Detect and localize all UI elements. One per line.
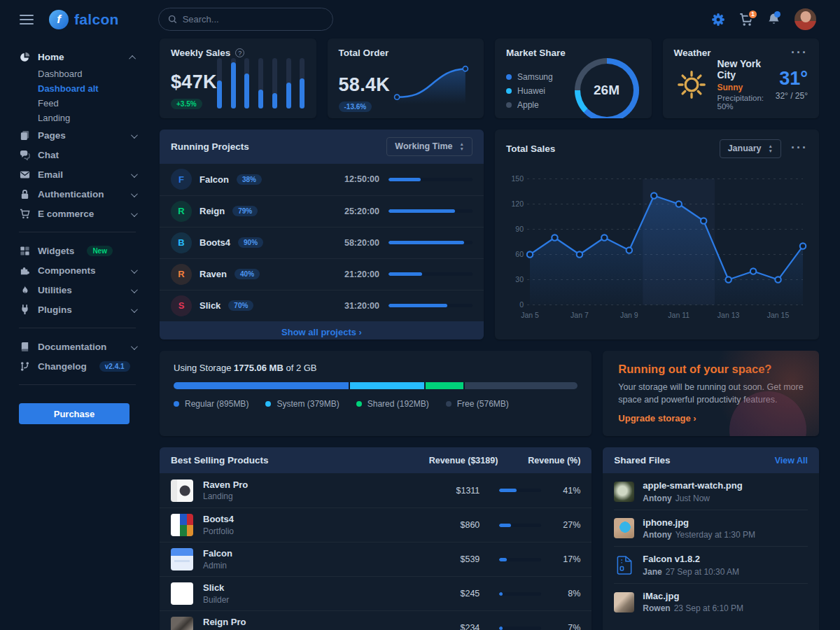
legend-dot (506, 102, 512, 108)
project-name-link[interactable]: Raven (200, 269, 227, 279)
weather-city: New York City (718, 58, 767, 80)
changelog-icon (19, 361, 31, 372)
market-share-center-value: 26M (575, 58, 639, 118)
product-name-link[interactable]: Slick (203, 582, 408, 594)
user-avatar[interactable] (794, 8, 816, 30)
sidebar-item-e-commerce[interactable]: E commerce (19, 204, 139, 223)
search-input[interactable] (183, 14, 323, 24)
file-thumbnail (614, 518, 634, 538)
brand-logo[interactable]: f falcon (49, 10, 119, 29)
upgrade-heading: Running out of your space? (618, 363, 804, 376)
file-row-imac.jpg[interactable]: iMac.jpgRowen23 Sep at 6:10 PM (603, 584, 819, 621)
product-category-link[interactable]: Builder (203, 595, 408, 605)
file-name-link[interactable]: iphone.jpg (643, 517, 755, 528)
email-icon (19, 169, 31, 180)
product-name-link[interactable]: Boots4 (203, 514, 408, 525)
product-info: SlickBuilder (203, 582, 408, 605)
product-category-link[interactable]: Landing (203, 491, 408, 501)
sidebar-item-chat[interactable]: Chat (19, 145, 139, 164)
product-name-link[interactable]: Reign Pro (203, 617, 408, 628)
upgrade-storage-link[interactable]: Upgrade storage (618, 413, 696, 424)
project-name-link[interactable]: Slick (200, 300, 220, 311)
sidebar-item-changelog[interactable]: Changelogv2.4.1 (19, 356, 139, 376)
svg-text:Jan 13: Jan 13 (718, 310, 740, 318)
project-percent-badge: 38% (237, 174, 262, 185)
weather-condition: Sunny (718, 83, 767, 92)
total-sales-menu-icon[interactable] (791, 146, 808, 150)
cart-icon[interactable]: 1 (739, 13, 753, 27)
sidebar-item-label: Widgets (38, 246, 74, 256)
product-info: FalconAdmin (203, 548, 408, 570)
file-owner: Jane (643, 567, 662, 577)
project-percent-badge: 79% (232, 206, 258, 216)
sidebar-item-landing[interactable]: Landing (19, 111, 139, 125)
svg-text:Jan 9: Jan 9 (620, 310, 638, 318)
product-info: Boots4Portfolio (203, 514, 408, 536)
project-row-reign: RReign79%25:20:00 (160, 195, 484, 227)
sidebar-item-plugins[interactable]: Plugins (19, 300, 139, 319)
sidebar-item-pages[interactable]: Pages (19, 125, 139, 145)
help-icon[interactable] (235, 48, 244, 57)
best-selling-table: Raven ProLanding$131141%Boots4Portfolio$… (160, 473, 592, 630)
product-thumbnail (171, 514, 193, 536)
project-row-raven: RRaven40%21:20:00 (160, 258, 484, 290)
product-progress-fill (499, 592, 503, 596)
file-row-iphone.jpg[interactable]: iphone.jpgAntonyYesterday at 1:30 PM (603, 510, 819, 547)
sidebar-item-utilities[interactable]: Utilities (19, 280, 139, 300)
file-name-link[interactable]: apple-smart-watch.png (643, 480, 742, 491)
project-progress-group: 58:20:00 (344, 238, 472, 248)
file-name-link[interactable]: iMac.jpg (643, 591, 743, 602)
bar (231, 62, 236, 108)
sidebar-item-components[interactable]: Components (19, 260, 139, 280)
sidebar-item-authentication[interactable]: Authentication (19, 184, 139, 204)
settings-gear-icon[interactable] (711, 13, 725, 27)
svg-text:60: 60 (515, 250, 524, 258)
project-name-link[interactable]: Boots4 (200, 237, 230, 248)
project-time: 21:20:00 (344, 270, 379, 279)
product-name-link[interactable]: Raven Pro (203, 479, 408, 491)
utilities-icon (19, 285, 31, 295)
sidebar-item-documentation[interactable]: Documentation (19, 337, 139, 356)
legend-dot (506, 74, 512, 80)
project-name-link[interactable]: Falcon (200, 174, 229, 185)
svg-text:Jan 7: Jan 7 (570, 310, 589, 318)
weather-title: Weather (674, 48, 711, 58)
project-time: 58:20:00 (344, 238, 379, 248)
total-order-card: Total Order 58.4K -13.6% (328, 38, 484, 118)
product-category-link[interactable]: Admin (203, 561, 408, 570)
product-category-link[interactable]: Portfolio (203, 526, 408, 536)
components-icon (19, 265, 31, 276)
storage-legend-label: Regular (895MB) (185, 399, 248, 409)
product-name-link[interactable]: Falcon (203, 548, 408, 559)
market-share-card: Market Share SamsungHuaweiApple 26M (495, 38, 652, 118)
project-progress-track (388, 241, 472, 244)
project-progress-fill (388, 241, 464, 244)
storage-used-value: 1775.06 MB (234, 363, 284, 373)
cart-icon (19, 209, 31, 219)
plugins-icon (19, 304, 31, 315)
bar (272, 93, 277, 108)
sidebar-item-widgets[interactable]: WidgetsNew (19, 241, 139, 260)
sidebar-item-home[interactable]: Home (19, 47, 139, 66)
legend-label: Huawei (517, 86, 545, 96)
month-select[interactable]: January (720, 139, 781, 158)
sidebar-item-dashboard-alt[interactable]: Dashboard alt (19, 81, 139, 96)
notifications-bell-icon[interactable] (767, 13, 780, 26)
total-sales-title: Total Sales (506, 144, 710, 154)
file-name-link[interactable]: Falcon v1.8.2 (643, 554, 739, 565)
product-percent: 8% (551, 589, 580, 598)
project-name-link[interactable]: Reign (200, 206, 225, 216)
weather-menu-icon[interactable] (791, 51, 808, 55)
menu-toggle-button[interactable] (18, 12, 35, 27)
bar (244, 74, 249, 108)
sidebar-item-feed[interactable]: Feed (19, 96, 139, 111)
working-time-select[interactable]: Working Time (386, 137, 472, 156)
sidebar-item-email[interactable]: Email (19, 164, 139, 184)
sidebar-item-dashboard[interactable]: Dashboard (19, 66, 139, 81)
view-all-link[interactable]: View All (775, 456, 808, 465)
show-all-projects-link[interactable]: Show all projects (281, 327, 362, 337)
purchase-button[interactable]: Purchase (19, 403, 130, 424)
file-row-apple-smart-watch.png[interactable]: apple-smart-watch.pngAntonyJust Now (603, 473, 819, 510)
bar-track (244, 58, 249, 108)
file-row-falcon-v1.8.2[interactable]: Falcon v1.8.2Jane27 Sep at 10:30 AM (603, 547, 819, 584)
